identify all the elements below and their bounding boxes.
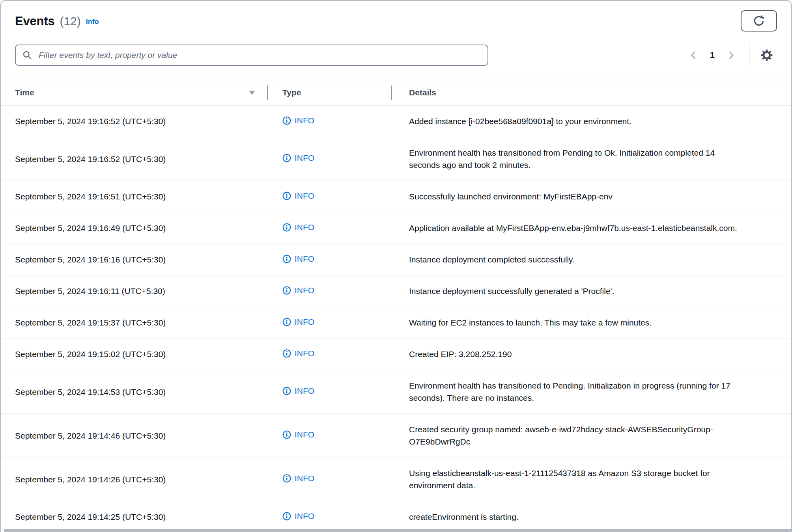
event-details: createEnvironment is starting. bbox=[391, 501, 792, 532]
event-type-label: INFO bbox=[295, 430, 314, 439]
event-time: September 5, 2024 19:14:25 (UTC+5:30) bbox=[0, 501, 267, 532]
info-icon bbox=[282, 387, 291, 395]
event-details-text: Using elasticbeanstalk-us-east-1-2111254… bbox=[409, 467, 744, 491]
table-row: September 5, 2024 19:16:11 (UTC+5:30)INF… bbox=[0, 275, 792, 307]
event-details-text: Added instance [i-02bee568a09f0901a] to … bbox=[409, 115, 744, 127]
filter-input[interactable] bbox=[15, 45, 488, 66]
info-badge: INFO bbox=[282, 430, 314, 439]
event-details-text: Instance deployment successfully generat… bbox=[409, 285, 744, 297]
table-row: September 5, 2024 19:14:53 (UTC+5:30)INF… bbox=[0, 370, 792, 414]
refresh-icon bbox=[753, 15, 765, 27]
event-type: INFO bbox=[267, 307, 391, 339]
event-type: INFO bbox=[267, 501, 391, 532]
filter-input-wrapper bbox=[15, 45, 488, 66]
event-time: September 5, 2024 19:15:02 (UTC+5:30) bbox=[0, 339, 267, 370]
events-table-header: Time Type Details bbox=[0, 80, 792, 105]
info-icon bbox=[282, 474, 291, 483]
chevron-left-icon bbox=[688, 49, 700, 61]
info-badge: INFO bbox=[282, 192, 314, 200]
event-type-label: INFO bbox=[295, 116, 314, 125]
event-time: September 5, 2024 19:16:52 (UTC+5:30) bbox=[0, 105, 267, 137]
event-details: Environment health has transitioned from… bbox=[391, 137, 792, 181]
info-icon bbox=[282, 286, 291, 295]
event-details: Using elasticbeanstalk-us-east-1-2111254… bbox=[391, 458, 792, 501]
panel-header: Events (12) Info 1 bbox=[0, 0, 792, 66]
pagination-next-button[interactable] bbox=[723, 48, 738, 63]
info-badge: INFO bbox=[282, 255, 314, 263]
event-details-text: Application available at MyFirstEBApp-en… bbox=[409, 222, 744, 234]
event-details-text: createEnvironment is starting. bbox=[409, 511, 744, 523]
info-icon bbox=[282, 223, 291, 232]
event-details: Created security group named: awseb-e-iw… bbox=[391, 414, 792, 458]
column-header-type-label: Type bbox=[282, 88, 301, 97]
event-type-label: INFO bbox=[295, 318, 314, 326]
table-row: September 5, 2024 19:15:37 (UTC+5:30)INF… bbox=[0, 307, 792, 339]
event-time: September 5, 2024 19:16:11 (UTC+5:30) bbox=[0, 275, 267, 307]
page-title: Events bbox=[15, 14, 54, 28]
event-type: INFO bbox=[267, 212, 391, 244]
event-type-label: INFO bbox=[295, 223, 314, 232]
event-time: September 5, 2024 19:15:37 (UTC+5:30) bbox=[0, 307, 267, 339]
event-details: Created EIP: 3.208.252.190 bbox=[391, 339, 792, 370]
table-row: September 5, 2024 19:16:51 (UTC+5:30)INF… bbox=[0, 181, 792, 212]
table-row: September 5, 2024 19:14:25 (UTC+5:30)INF… bbox=[0, 501, 792, 532]
event-details: Waiting for EC2 instances to launch. Thi… bbox=[391, 307, 792, 339]
info-link[interactable]: Info bbox=[86, 18, 99, 26]
event-time: September 5, 2024 19:16:49 (UTC+5:30) bbox=[0, 212, 267, 244]
info-badge: INFO bbox=[282, 223, 314, 232]
info-icon bbox=[282, 192, 291, 200]
event-type-label: INFO bbox=[295, 154, 314, 162]
title-row: Events (12) Info bbox=[15, 10, 777, 32]
info-icon bbox=[282, 255, 291, 263]
info-icon bbox=[282, 430, 291, 439]
column-header-time[interactable]: Time bbox=[0, 80, 267, 105]
toolbar-right: 1 bbox=[686, 44, 777, 66]
event-type-label: INFO bbox=[295, 192, 314, 200]
info-icon bbox=[282, 154, 291, 162]
event-type: INFO bbox=[267, 137, 391, 181]
table-row: September 5, 2024 19:14:26 (UTC+5:30)INF… bbox=[0, 458, 792, 501]
column-header-type: Type bbox=[267, 80, 391, 105]
event-details-text: Environment health has transitioned to P… bbox=[409, 379, 744, 404]
column-header-details: Details bbox=[391, 80, 792, 105]
event-type: INFO bbox=[267, 275, 391, 307]
info-icon bbox=[282, 512, 291, 521]
event-details-text: Instance deployment completed successful… bbox=[409, 253, 744, 266]
title-group: Events (12) Info bbox=[15, 10, 99, 28]
event-time: September 5, 2024 19:16:52 (UTC+5:30) bbox=[0, 137, 267, 181]
event-type: INFO bbox=[267, 244, 391, 275]
event-details-text: Created EIP: 3.208.252.190 bbox=[409, 348, 744, 360]
event-type: INFO bbox=[267, 458, 391, 501]
info-badge: INFO bbox=[282, 349, 314, 358]
event-time: September 5, 2024 19:14:26 (UTC+5:30) bbox=[0, 458, 267, 501]
event-time: September 5, 2024 19:16:51 (UTC+5:30) bbox=[0, 181, 267, 212]
info-badge: INFO bbox=[282, 318, 314, 326]
event-type: INFO bbox=[267, 105, 391, 137]
preferences-button[interactable] bbox=[759, 47, 775, 63]
event-time: September 5, 2024 19:14:53 (UTC+5:30) bbox=[0, 370, 267, 414]
toolbar-row: 1 bbox=[15, 44, 777, 66]
event-details-text: Environment health has transitioned from… bbox=[409, 147, 744, 171]
info-icon bbox=[282, 318, 291, 326]
events-table-body: September 5, 2024 19:16:52 (UTC+5:30)INF… bbox=[0, 105, 792, 532]
event-details: Added instance [i-02bee568a09f0901a] to … bbox=[391, 105, 792, 137]
event-type-label: INFO bbox=[295, 387, 314, 395]
pagination-current-page[interactable]: 1 bbox=[710, 50, 715, 60]
refresh-button[interactable] bbox=[741, 10, 777, 32]
info-icon bbox=[282, 116, 291, 125]
chevron-right-icon bbox=[725, 49, 737, 61]
info-badge: INFO bbox=[282, 387, 314, 395]
info-badge: INFO bbox=[282, 474, 314, 483]
gear-icon bbox=[760, 49, 773, 61]
event-type-label: INFO bbox=[295, 255, 314, 263]
events-table: Time Type Details September 5, 2024 19:1… bbox=[0, 80, 792, 532]
table-row: September 5, 2024 19:16:52 (UTC+5:30)INF… bbox=[0, 137, 792, 181]
pagination-prev-button[interactable] bbox=[686, 48, 701, 63]
event-details-text: Created security group named: awseb-e-iw… bbox=[409, 423, 744, 448]
info-badge: INFO bbox=[282, 286, 314, 295]
event-time: September 5, 2024 19:16:16 (UTC+5:30) bbox=[0, 244, 267, 275]
table-row: September 5, 2024 19:15:02 (UTC+5:30)INF… bbox=[0, 339, 792, 370]
events-count: (12) bbox=[60, 15, 80, 28]
toolbar-divider bbox=[749, 44, 750, 66]
info-badge: INFO bbox=[282, 116, 314, 125]
